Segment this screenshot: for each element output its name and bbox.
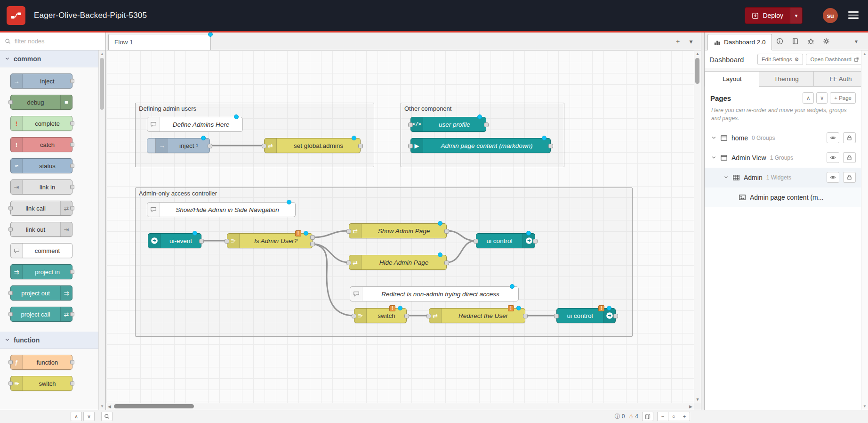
tab-theming[interactable]: Theming xyxy=(759,71,813,87)
port-in[interactable] xyxy=(262,144,266,148)
open-dashboard-button[interactable]: Open Dashboard xyxy=(806,54,863,65)
port-in[interactable] xyxy=(554,314,559,318)
group-defining-admin-users[interactable]: Defining admin users xyxy=(135,103,374,167)
palette-category-function[interactable]: function xyxy=(0,332,98,349)
deploy-button[interactable]: Deploy ▾ xyxy=(745,7,803,24)
tab-config-nodes[interactable] xyxy=(819,33,834,50)
lock-button[interactable] xyxy=(843,172,856,183)
node-ui-event[interactable]: ui-event xyxy=(148,233,201,248)
widget-row-admin-page-content[interactable]: Admin page content (m... xyxy=(705,187,868,207)
add-page-button[interactable]: + Page xyxy=(830,92,856,104)
node-ui-control-2[interactable]: ui control ! xyxy=(556,308,616,323)
page-row-home[interactable]: home 0 Groups xyxy=(705,128,868,148)
port-out[interactable] xyxy=(199,239,204,244)
palette-node-project-call[interactable]: ⇄ project call xyxy=(10,307,72,322)
main-menu-button[interactable] xyxy=(848,11,859,19)
port-in[interactable] xyxy=(346,229,351,234)
port-out-1[interactable] xyxy=(310,235,315,240)
comment-show-hide-admin[interactable]: Show/Hide Admin in Side Navigation xyxy=(147,202,296,217)
port-out[interactable] xyxy=(533,239,538,244)
scroll-left-icon[interactable]: ◀ xyxy=(108,404,111,409)
node-redirect-the-user[interactable]: ⇄ Redirect the User ! xyxy=(429,308,525,323)
flow-canvas[interactable]: Defining admin users Other component Adm… xyxy=(106,50,701,410)
zoom-out-button[interactable]: − xyxy=(657,412,668,421)
visibility-button[interactable] xyxy=(827,132,839,143)
tab-ff-auth[interactable]: FF Auth xyxy=(814,71,868,87)
scroll-down-icon[interactable]: ▼ xyxy=(861,404,868,408)
canvas-vertical-scrollbar[interactable]: ▲ ▼ xyxy=(694,50,701,403)
palette-scroll-thumb[interactable] xyxy=(100,58,104,110)
scroll-up-icon[interactable]: ▲ xyxy=(694,51,701,56)
palette-node-link-call[interactable]: ⇄ link call xyxy=(10,201,72,216)
edit-settings-button[interactable]: Edit Settings ⚙ xyxy=(757,54,803,65)
sidebar-tab-list-button[interactable]: ▾ xyxy=(853,33,860,50)
palette-node-debug[interactable]: ≡ debug xyxy=(10,95,72,110)
page-row-admin-view[interactable]: Admin View 1 Groups xyxy=(705,148,868,168)
node-ui-control-1[interactable]: ui control xyxy=(476,233,535,248)
palette-node-inject[interactable]: → inject xyxy=(10,73,72,89)
port-out[interactable] xyxy=(358,144,363,148)
palette-node-link-in[interactable]: ⇥ link in xyxy=(10,179,72,195)
vertical-scroll-thumb[interactable] xyxy=(695,58,699,84)
palette-node-link-out[interactable]: ⇥ link out xyxy=(10,222,72,237)
palette-collapse-button[interactable]: ∧ xyxy=(71,412,82,421)
port-out[interactable] xyxy=(484,122,489,127)
port-in[interactable] xyxy=(225,239,229,244)
zoom-in-button[interactable]: + xyxy=(679,412,690,421)
node-set-global-admins[interactable]: ⇄ set global.admins xyxy=(264,138,361,153)
lock-button[interactable] xyxy=(843,152,856,163)
palette-node-status[interactable]: ≈ status xyxy=(10,158,72,173)
node-user-profile[interactable]: </> user profile xyxy=(410,117,486,132)
canvas-horizontal-scrollbar[interactable]: ◀ ▶ xyxy=(106,403,694,410)
port-in[interactable] xyxy=(426,314,431,318)
port-in[interactable] xyxy=(408,122,413,127)
node-switch[interactable]: ⋔ switch ! xyxy=(354,308,407,323)
warning-count[interactable]: ⚠ 4 xyxy=(629,413,638,420)
node-hide-admin-page[interactable]: ⇄ Hide Admin Page xyxy=(349,255,447,270)
port-in[interactable] xyxy=(346,260,351,265)
tab-info[interactable] xyxy=(772,33,788,50)
port-out[interactable] xyxy=(404,314,409,318)
tab-layout[interactable]: Layout xyxy=(705,71,759,87)
lock-button[interactable] xyxy=(843,132,856,143)
sidebar-scrollbar[interactable]: ▲ ▼ xyxy=(861,50,868,410)
tab-debug[interactable] xyxy=(803,33,819,50)
port-in[interactable] xyxy=(474,239,478,244)
palette-node-project-out[interactable]: ⇉ project out xyxy=(10,285,72,301)
horizontal-scroll-thumb[interactable] xyxy=(114,404,194,408)
palette-node-complete[interactable]: ! complete xyxy=(10,116,72,131)
node-admin-page-content[interactable]: ▶ Admin page content (markdown) xyxy=(410,138,551,153)
inject-trigger-button[interactable] xyxy=(147,138,156,153)
error-count[interactable]: ⓘ 0 xyxy=(615,413,625,421)
port-out[interactable] xyxy=(613,314,618,318)
palette-node-switch[interactable]: ⋔ switch xyxy=(10,376,72,391)
port-in[interactable] xyxy=(408,144,413,148)
port-out[interactable] xyxy=(548,144,553,148)
palette-node-function[interactable]: f function xyxy=(10,355,72,370)
scroll-up-icon[interactable]: ▲ xyxy=(861,52,868,56)
node-is-admin-user[interactable]: ⋔ Is Admin User? ! xyxy=(227,233,313,248)
port-out[interactable] xyxy=(444,260,449,265)
flow-tab[interactable]: Flow 1 xyxy=(108,34,211,50)
deploy-options-button[interactable]: ▾ xyxy=(790,8,802,24)
port-out[interactable] xyxy=(444,229,449,234)
palette-expand-button[interactable]: ∨ xyxy=(83,412,95,421)
group-row-admin[interactable]: Admin 1 Widgets xyxy=(705,168,868,187)
zoom-reset-button[interactable]: ○ xyxy=(668,412,679,421)
node-inject[interactable]: → inject ¹ xyxy=(147,138,210,153)
port-out[interactable] xyxy=(523,314,528,318)
flow-list-button[interactable]: ▾ xyxy=(685,35,697,48)
user-avatar[interactable]: su xyxy=(823,8,838,23)
port-out-2[interactable] xyxy=(310,242,315,246)
scroll-down-icon[interactable]: ▼ xyxy=(694,397,701,402)
sidebar-resize-handle[interactable] xyxy=(701,33,704,410)
palette-node-project-in[interactable]: ⇉ project in xyxy=(10,264,72,279)
add-flow-button[interactable]: + xyxy=(672,35,684,48)
palette-node-catch[interactable]: ! catch xyxy=(10,137,72,152)
canvas-search-button[interactable] xyxy=(101,412,113,421)
minimap-toggle-button[interactable] xyxy=(642,412,653,421)
collapse-all-button[interactable]: ∧ xyxy=(803,92,814,104)
palette-category-common[interactable]: common xyxy=(0,50,98,67)
node-show-admin-page[interactable]: ⇄ Show Admin Page xyxy=(349,223,447,238)
port-out[interactable] xyxy=(208,144,212,148)
